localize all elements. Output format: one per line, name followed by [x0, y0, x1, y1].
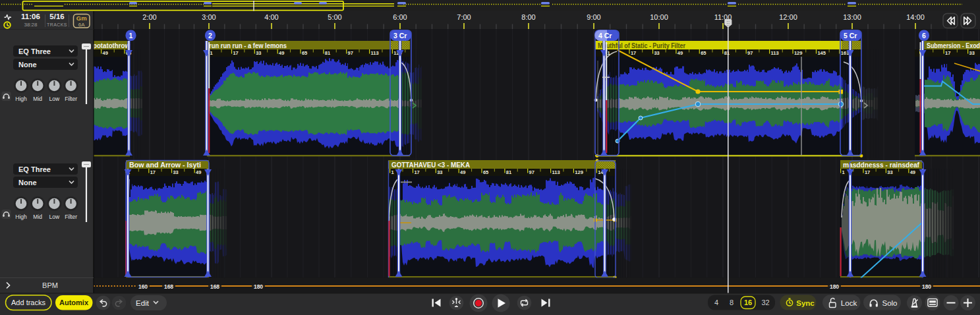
svg-text:160: 160: [138, 283, 148, 290]
svg-text:81: 81: [325, 50, 330, 56]
svg-text:TRACKS: TRACKS: [47, 22, 67, 27]
svg-text:168: 168: [210, 283, 219, 290]
svg-text:129: 129: [794, 50, 803, 56]
svg-text:145: 145: [817, 50, 826, 56]
svg-text:5 Cr: 5 Cr: [844, 32, 857, 40]
svg-text:Add tracks: Add tracks: [11, 299, 45, 306]
svg-text:65: 65: [701, 50, 706, 56]
svg-text:Mid: Mid: [33, 96, 42, 102]
svg-text:Mid: Mid: [33, 214, 42, 220]
svg-text:Solo: Solo: [882, 299, 897, 307]
svg-text:17: 17: [631, 50, 636, 56]
svg-text:1: 1: [842, 169, 845, 175]
svg-text:49: 49: [677, 50, 683, 56]
svg-text:7:00: 7:00: [457, 13, 471, 21]
svg-text:33: 33: [969, 50, 975, 56]
svg-text:9:00: 9:00: [587, 13, 600, 21]
svg-text:49: 49: [103, 50, 108, 56]
svg-text:1: 1: [210, 50, 213, 56]
svg-text:14:00: 14:00: [906, 13, 925, 21]
svg-text:13:00: 13:00: [843, 13, 861, 21]
svg-text:8: 8: [730, 299, 734, 306]
svg-text:97: 97: [348, 50, 353, 56]
svg-text:Sync: Sync: [796, 299, 815, 307]
svg-text:49: 49: [460, 169, 465, 175]
svg-text:113: 113: [371, 50, 379, 56]
svg-text:BPM: BPM: [42, 281, 58, 289]
svg-text:Edit: Edit: [136, 299, 150, 307]
svg-text:Submersion - Exod: Submersion - Exod: [927, 42, 980, 49]
svg-text:EQ Three: EQ Three: [18, 47, 51, 55]
svg-text:33: 33: [173, 169, 178, 175]
svg-text:168: 168: [164, 283, 173, 290]
svg-text:GOTTAHAVEU <3 - MEKA: GOTTAHAVEU <3 - MEKA: [391, 161, 470, 169]
svg-text:4: 4: [714, 299, 718, 306]
svg-text:run run run - a few lemons: run run run - a few lemons: [209, 42, 287, 49]
svg-text:8:00: 8:00: [521, 13, 535, 21]
svg-text:5/16: 5/16: [49, 13, 64, 20]
svg-text:EQ Three: EQ Three: [18, 165, 51, 173]
svg-text:49: 49: [196, 169, 201, 175]
svg-text:129: 129: [575, 169, 583, 175]
svg-text:3:00: 3:00: [202, 13, 216, 21]
svg-text:Mouthful of Static - Purity Fi: Mouthful of Static - Purity Filter: [598, 42, 686, 49]
svg-text:33: 33: [437, 169, 442, 175]
svg-text:33: 33: [256, 50, 261, 56]
svg-text:17: 17: [865, 169, 870, 175]
svg-text:97: 97: [747, 50, 753, 56]
svg-text:33: 33: [654, 50, 659, 56]
svg-text:2: 2: [208, 32, 212, 40]
svg-text:Low: Low: [49, 96, 60, 102]
svg-text:12:00: 12:00: [779, 13, 797, 21]
svg-text:3 Cr: 3 Cr: [393, 32, 407, 40]
svg-text:High: High: [15, 96, 27, 102]
svg-text:Automix: Automix: [59, 299, 89, 306]
svg-text:113: 113: [552, 169, 560, 175]
svg-text:masddnesss - rainsdeaf: masddnesss - rainsdeaf: [843, 161, 919, 169]
svg-text:potatothrow: potatothrow: [93, 42, 130, 49]
svg-text:38:28: 38:28: [24, 22, 38, 28]
svg-text:5:00: 5:00: [328, 13, 341, 21]
svg-text:None: None: [18, 179, 37, 186]
svg-text:Bow and Arrow - Isyti: Bow and Arrow - Isyti: [129, 161, 201, 169]
svg-text:Low: Low: [49, 214, 60, 220]
svg-text:Filter: Filter: [65, 214, 77, 220]
svg-text:17: 17: [414, 169, 419, 175]
svg-text:10:00: 10:00: [650, 13, 668, 21]
svg-text:97: 97: [529, 169, 534, 175]
svg-text:None: None: [18, 61, 37, 69]
svg-text:2:00: 2:00: [142, 13, 156, 21]
svg-text:High: High: [15, 214, 27, 220]
svg-text:17: 17: [233, 50, 238, 56]
svg-text:Lock: Lock: [841, 299, 857, 307]
svg-text:Filter: Filter: [65, 96, 77, 102]
svg-text:49: 49: [279, 50, 284, 56]
svg-text:4:00: 4:00: [264, 13, 278, 21]
svg-text:180: 180: [922, 283, 931, 290]
svg-text:180: 180: [254, 283, 263, 290]
svg-text:65: 65: [483, 169, 488, 175]
svg-text:81: 81: [506, 169, 511, 175]
svg-text:113: 113: [771, 50, 779, 56]
svg-text:17: 17: [150, 169, 156, 175]
svg-text:6A: 6A: [78, 22, 85, 28]
svg-text:49: 49: [910, 169, 915, 175]
svg-text:6: 6: [922, 32, 926, 40]
svg-text:32: 32: [761, 299, 769, 306]
svg-text:16: 16: [744, 299, 752, 306]
svg-text:65: 65: [302, 50, 307, 56]
svg-text:180: 180: [830, 283, 839, 290]
svg-text:Gm: Gm: [76, 14, 87, 22]
svg-text:6:00: 6:00: [393, 13, 407, 21]
svg-text:4 Cr: 4 Cr: [598, 32, 612, 40]
svg-text:17: 17: [945, 50, 950, 56]
svg-text:81: 81: [724, 50, 730, 56]
svg-text:1: 1: [129, 32, 133, 40]
svg-text:11:06: 11:06: [21, 13, 40, 20]
svg-text:33: 33: [887, 169, 892, 175]
svg-text:1: 1: [391, 169, 394, 175]
